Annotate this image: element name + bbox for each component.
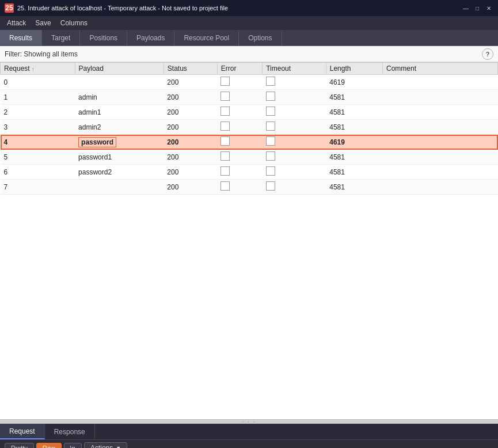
cell-error — [217, 150, 262, 165]
request-panel: Request Response Pretty Raw \n Actions ▼… — [0, 424, 498, 448]
col-error[interactable]: Error — [217, 63, 262, 75]
col-timeout[interactable]: Timeout — [263, 63, 326, 75]
timeout-checkbox[interactable] — [266, 136, 275, 146]
cell-timeout — [263, 135, 326, 150]
error-checkbox[interactable] — [221, 77, 230, 86]
cell-request: 2 — [1, 105, 75, 120]
cell-length: 4581 — [326, 105, 382, 120]
actions-dropdown[interactable]: Actions ▼ — [84, 442, 127, 448]
menu-save[interactable]: Save — [31, 18, 55, 28]
window-title: 25. Intruder attack of localhost - Tempo… — [17, 5, 228, 12]
cell-error — [217, 105, 262, 120]
col-comment[interactable]: Comment — [383, 63, 498, 75]
tab-results[interactable]: Results — [0, 30, 42, 45]
timeout-checkbox[interactable] — [266, 151, 275, 161]
menu-bar: Attack Save Columns — [0, 16, 498, 30]
cell-status: 200 — [164, 165, 217, 180]
tab-positions[interactable]: Positions — [80, 30, 127, 45]
col-request[interactable]: Request ↑ — [1, 63, 75, 75]
results-table-area: Request ↑ Payload Status Error Timeout L… — [0, 62, 498, 419]
col-payload[interactable]: Payload — [75, 63, 164, 75]
cell-timeout — [263, 180, 326, 195]
timeout-checkbox[interactable] — [266, 92, 275, 101]
error-checkbox[interactable] — [221, 166, 230, 176]
cell-length: 4619 — [326, 75, 382, 90]
raw-button[interactable]: Raw — [36, 443, 62, 448]
cell-comment — [383, 120, 498, 135]
results-table: Request ↑ Payload Status Error Timeout L… — [0, 62, 498, 195]
hex-button[interactable]: \n — [64, 443, 82, 448]
col-status[interactable]: Status — [164, 63, 217, 75]
tab-response[interactable]: Response — [45, 424, 95, 439]
tab-request[interactable]: Request — [0, 424, 45, 439]
timeout-checkbox[interactable] — [266, 122, 275, 131]
timeout-checkbox[interactable] — [266, 181, 275, 191]
cell-payload: admin2 — [75, 120, 164, 135]
timeout-checkbox[interactable] — [266, 77, 275, 86]
tab-target[interactable]: Target — [42, 30, 80, 45]
maximize-button[interactable]: □ — [473, 3, 482, 13]
pretty-button[interactable]: Pretty — [5, 443, 34, 448]
error-checkbox[interactable] — [221, 122, 230, 131]
cell-status: 200 — [164, 180, 217, 195]
table-row[interactable]: 2 admin1 200 4581 — [1, 105, 498, 120]
cell-error — [217, 165, 262, 180]
timeout-checkbox[interactable] — [266, 166, 275, 176]
req-tab-bar: Request Response — [0, 424, 498, 440]
table-row[interactable]: 5 password1 200 4581 — [1, 150, 498, 165]
cell-timeout — [263, 90, 326, 105]
tab-options[interactable]: Options — [239, 30, 282, 45]
minimize-button[interactable]: — — [461, 3, 470, 13]
cell-length: 4581 — [326, 120, 382, 135]
cell-status: 200 — [164, 120, 217, 135]
error-checkbox[interactable] — [221, 181, 230, 191]
cell-status: 200 — [164, 135, 217, 150]
help-button[interactable]: ? — [482, 48, 493, 60]
cell-payload: admin — [75, 90, 164, 105]
cell-comment — [383, 150, 498, 165]
cell-request: 7 — [1, 180, 75, 195]
table-row[interactable]: 4 password 200 4619 — [1, 135, 498, 150]
cell-error — [217, 120, 262, 135]
error-checkbox[interactable] — [221, 136, 230, 146]
cell-length: 4581 — [326, 150, 382, 165]
cell-error — [217, 75, 262, 90]
cell-status: 200 — [164, 150, 217, 165]
cell-status: 200 — [164, 105, 217, 120]
error-checkbox[interactable] — [221, 107, 230, 116]
menu-attack[interactable]: Attack — [2, 18, 31, 28]
tab-resource-pool[interactable]: Resource Pool — [174, 30, 239, 45]
table-row[interactable]: 6 password2 200 4581 — [1, 165, 498, 180]
cell-comment — [383, 75, 498, 90]
table-row[interactable]: 3 admin2 200 4581 — [1, 120, 498, 135]
close-button[interactable]: ✕ — [484, 3, 493, 13]
cell-status: 200 — [164, 90, 217, 105]
title-bar-left: 25 25. Intruder attack of localhost - Te… — [5, 3, 228, 13]
menu-columns[interactable]: Columns — [56, 18, 92, 28]
tab-payloads[interactable]: Payloads — [127, 30, 174, 45]
filter-text: Filter: Showing all items — [5, 50, 78, 58]
cell-error — [217, 135, 262, 150]
col-length[interactable]: Length — [326, 63, 382, 75]
table-row[interactable]: 7 200 4581 — [1, 180, 498, 195]
table-body: 0 200 4619 1 admin 200 4581 2 admin1 200… — [1, 75, 498, 195]
cell-payload: password2 — [75, 165, 164, 180]
cell-request: 0 — [1, 75, 75, 90]
cell-request: 4 — [1, 135, 75, 150]
tab-bar: Results Target Positions Payloads Resour… — [0, 30, 498, 46]
cell-comment — [383, 90, 498, 105]
cell-timeout — [263, 105, 326, 120]
cell-timeout — [263, 150, 326, 165]
filter-bar: Filter: Showing all items ? — [0, 46, 498, 62]
timeout-checkbox[interactable] — [266, 107, 275, 116]
cell-length: 4581 — [326, 90, 382, 105]
cell-length: 4581 — [326, 180, 382, 195]
chevron-down-icon: ▼ — [116, 445, 121, 448]
error-checkbox[interactable] — [221, 92, 230, 101]
error-checkbox[interactable] — [221, 151, 230, 161]
cell-length: 4581 — [326, 165, 382, 180]
table-row[interactable]: 0 200 4619 — [1, 75, 498, 90]
panel-splitter[interactable]: · · · — [0, 419, 498, 424]
cell-error — [217, 180, 262, 195]
table-row[interactable]: 1 admin 200 4581 — [1, 90, 498, 105]
